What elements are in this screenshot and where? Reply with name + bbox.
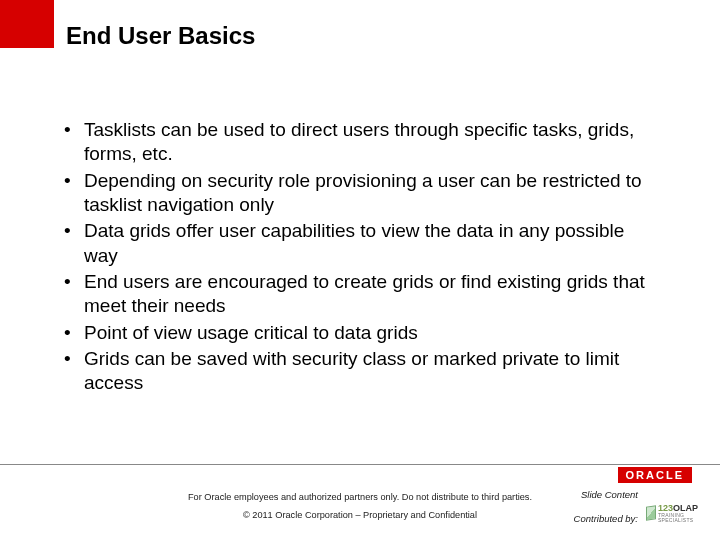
footer-bar: ORACLE <box>0 464 720 484</box>
olap-logo-word: OLAP <box>673 503 698 513</box>
olap-logo-sub: TRAINING SPECIALISTS <box>658 513 700 523</box>
bullet-item: Grids can be saved with security class o… <box>60 347 660 396</box>
olap-logo-text: 123OLAP TRAINING SPECIALISTS <box>658 504 700 523</box>
slide-title: End User Basics <box>66 22 255 50</box>
bullet-item: Data grids offer user capabilities to vi… <box>60 219 660 268</box>
oracle-logo: ORACLE <box>618 467 692 483</box>
brand-red-block <box>0 0 54 48</box>
slide-content-label: Slide Content <box>581 489 638 500</box>
olap-logo-num: 123 <box>658 503 673 513</box>
bullet-item: Point of view usage critical to data gri… <box>60 321 660 345</box>
contributed-by-label: Contributed by: <box>574 513 638 524</box>
bullet-item: Tasklists can be used to direct users th… <box>60 118 660 167</box>
bullet-list: Tasklists can be used to direct users th… <box>60 118 660 395</box>
slide-content-area: Tasklists can be used to direct users th… <box>60 118 660 397</box>
bullet-item: Depending on security role provisioning … <box>60 169 660 218</box>
cube-icon <box>646 505 656 520</box>
olap-logo: 123OLAP TRAINING SPECIALISTS <box>646 500 700 526</box>
bullet-item: End users are encouraged to create grids… <box>60 270 660 319</box>
